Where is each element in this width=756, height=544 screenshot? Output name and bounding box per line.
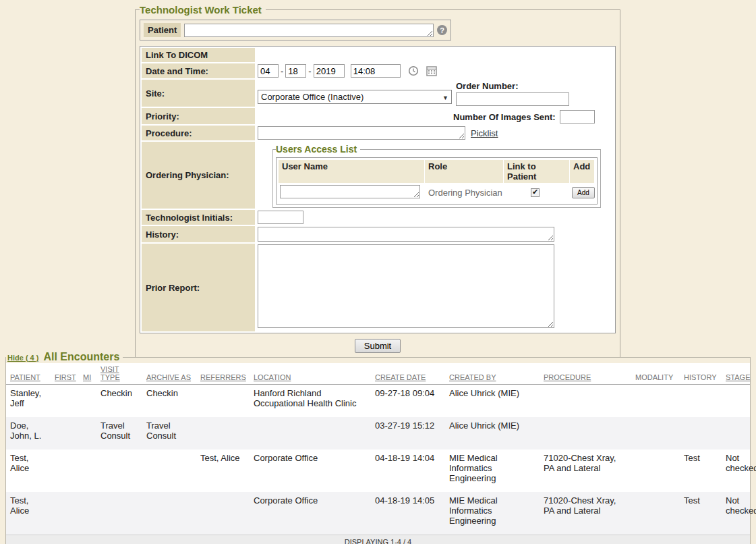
technologist-work-ticket-section: Technologist Work Ticket Patient ? Link …: [135, 4, 620, 359]
patient-row: Patient ?: [140, 20, 451, 40]
question-icon[interactable]: ?: [437, 25, 447, 35]
cell-mi: [79, 417, 96, 450]
cell-archive-as: [142, 492, 196, 535]
user-name-input[interactable]: [280, 185, 420, 198]
cell-location: Hanford Richland Occupational Health Cli…: [250, 385, 371, 418]
cell-patient: Stanley, Jeff: [6, 385, 51, 418]
users-col-user-name: User Name: [279, 160, 424, 183]
calendar-icon[interactable]: [426, 65, 437, 76]
cell-referrers: [196, 417, 250, 450]
column-header-modality: MODALITY: [631, 363, 680, 385]
cell-first: [51, 385, 79, 418]
column-header-patient[interactable]: PATIENT: [6, 363, 51, 385]
patient-input[interactable]: [184, 24, 434, 37]
cell-modality: [631, 385, 680, 418]
cell-mi: [79, 385, 96, 418]
column-header-create-date[interactable]: CREATE DATE: [371, 363, 445, 385]
encounter-row[interactable]: Stanley, JeffCheckinCheckinHanford Richl…: [6, 385, 750, 418]
column-header-first[interactable]: FIRST: [51, 363, 79, 385]
order-number-label: Order Number:: [456, 80, 569, 92]
users-col-role: Role: [425, 160, 503, 183]
clock-icon[interactable]: [408, 65, 419, 76]
cell-create-date: 09-27-18 09:04: [371, 385, 445, 418]
cell-modality: [631, 417, 680, 450]
site-select[interactable]: Corporate Office (Inactive): [258, 90, 452, 104]
history-input[interactable]: [258, 227, 554, 242]
cell-stage: Not checked: [722, 492, 750, 535]
paging-status: DISPLAYING 1-4 / 4: [6, 535, 750, 544]
site-select-value: Corporate Office (Inactive): [261, 92, 364, 102]
hide-encounters-link[interactable]: Hide ( 4 ): [7, 354, 38, 362]
date-day-input[interactable]: [285, 64, 306, 78]
link-to-patient-checkbox[interactable]: [531, 188, 540, 197]
date-month-input[interactable]: [258, 64, 279, 78]
cell-visit-type: Travel Consult: [96, 417, 142, 450]
chevron-down-icon: [442, 92, 448, 102]
cell-create-date: 04-18-19 14:04: [371, 450, 445, 492]
patient-label: Patient: [144, 23, 181, 37]
cell-first: [51, 417, 79, 450]
cell-first: [51, 492, 79, 535]
time-input[interactable]: [351, 64, 401, 78]
cell-history: [680, 417, 722, 450]
column-header-visit-type[interactable]: VISIT TYPE: [96, 363, 142, 385]
column-header-referrers[interactable]: REFERRERS: [196, 363, 250, 385]
column-header-stage[interactable]: STAGE: [722, 363, 750, 385]
cell-archive-as: [142, 450, 196, 492]
column-header-mi[interactable]: MI: [79, 363, 96, 385]
users-access-list-section: Users Access List User Name Role Link to…: [272, 144, 601, 208]
users-access-list-title: Users Access List: [276, 144, 360, 155]
cell-mi: [79, 450, 96, 492]
encounters-table: PATIENTFIRSTMIVISIT TYPEARCHIVE ASREFERR…: [6, 363, 750, 535]
role-value: Ordering Physician: [424, 188, 502, 198]
cell-procedure: 71020-Chest Xray, PA and Lateral: [540, 492, 631, 535]
procedure-input[interactable]: [258, 126, 465, 140]
cell-mi: [79, 492, 96, 535]
prior-report-label: Prior Report:: [142, 244, 255, 331]
cell-referrers: [196, 492, 250, 535]
date-separator: -: [281, 66, 283, 76]
tech-initials-input[interactable]: [258, 211, 303, 224]
cell-modality: [631, 450, 680, 492]
images-sent-input[interactable]: [560, 110, 595, 124]
date-year-input[interactable]: [314, 64, 345, 78]
cell-visit-type: [96, 492, 142, 535]
cell-create-date: 04-18-19 14:05: [371, 492, 445, 535]
priority-label: Priority:: [142, 108, 255, 124]
cell-created-by: Alice Uhrick (MIE): [445, 385, 540, 418]
cell-location: Corporate Office: [250, 492, 371, 535]
cell-referrers: Test, Alice: [196, 450, 250, 492]
encounter-row[interactable]: Test, AliceCorporate Office04-18-19 14:0…: [6, 492, 750, 535]
cell-procedure: [540, 417, 631, 450]
cell-stage: [722, 385, 750, 418]
cell-patient: Test, Alice: [6, 492, 51, 535]
encounter-row[interactable]: Doe, John, L.Travel ConsultTravel Consul…: [6, 417, 750, 450]
cell-referrers: [196, 385, 250, 418]
link-to-dicom-label: Link To DICOM: [142, 48, 255, 62]
procedure-label: Procedure:: [142, 126, 255, 140]
cell-procedure: [540, 385, 631, 418]
add-user-button[interactable]: Add: [572, 187, 595, 198]
column-header-procedure[interactable]: PROCEDURE: [540, 363, 631, 385]
order-number-input[interactable]: [456, 92, 569, 106]
prior-report-input[interactable]: [258, 244, 554, 328]
column-header-archive-as[interactable]: ARCHIVE AS: [142, 363, 196, 385]
cell-created-by: Alice Uhrick (MIE): [445, 417, 540, 450]
cell-history: Test: [680, 492, 722, 535]
column-header-location[interactable]: LOCATION: [250, 363, 371, 385]
encounters-header-row: PATIENTFIRSTMIVISIT TYPEARCHIVE ASREFERR…: [6, 363, 750, 385]
encounter-row[interactable]: Test, AliceTest, AliceCorporate Office04…: [6, 450, 750, 492]
cell-created-by: MIE Medical Informatics Engineering: [445, 450, 540, 492]
column-header-created-by[interactable]: CREATED BY: [445, 363, 540, 385]
cell-visit-type: Checkin: [96, 385, 142, 418]
cell-history: Test: [680, 450, 722, 492]
all-encounters-section: Hide ( 4 ) All Encounters PATIENTFIRSTMI…: [5, 351, 751, 544]
picklist-link[interactable]: Picklist: [471, 128, 498, 138]
users-col-link-to-patient: Link to Patient: [504, 160, 569, 183]
tech-initials-label: Technologist Initials:: [142, 210, 255, 225]
ticket-form-title: Technologist Work Ticket: [140, 4, 266, 16]
cell-stage: Not checked: [722, 450, 750, 492]
cell-first: [51, 450, 79, 492]
date-separator: -: [308, 66, 311, 76]
cell-patient: Test, Alice: [6, 450, 51, 492]
